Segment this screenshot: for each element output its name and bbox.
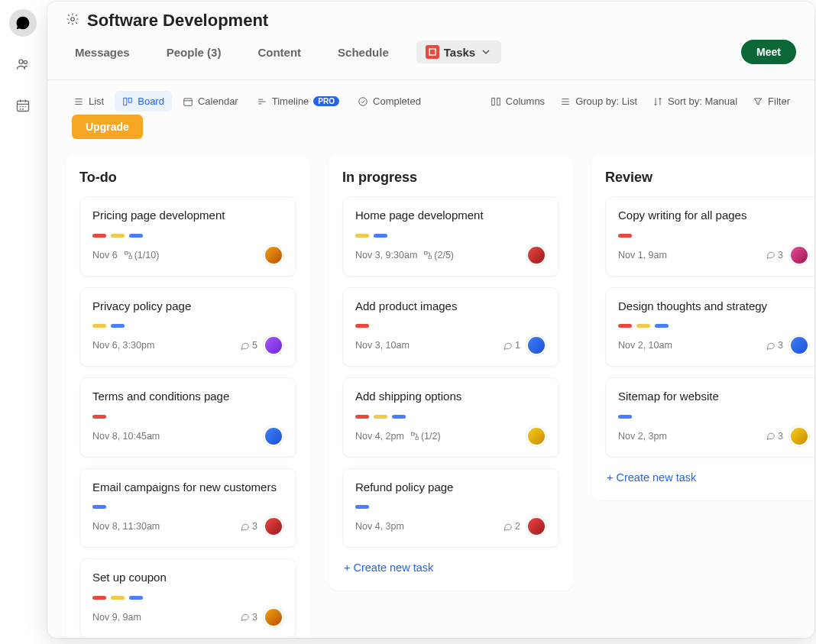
task-card[interactable]: Add shipping optionsNov 4, 2pm(1/2) [342,377,559,458]
column: In progressHome page developmentNov 3, 9… [329,156,573,591]
tab-tasks[interactable]: Tasks [416,40,501,63]
columns-button[interactable]: Columns [484,92,551,110]
pro-badge: PRO [313,96,339,106]
tag-blue [655,324,669,328]
comment-count: 5 [240,340,257,351]
comment-count: 3 [766,431,783,442]
card-footer: Nov 9, 9am3 [92,607,283,627]
groupby-button[interactable]: Group by: List [554,92,643,110]
card-date: Nov 3, 9:30am [355,250,417,261]
upgrade-button[interactable]: Upgrade [72,115,143,139]
svg-rect-9 [492,98,495,105]
card-title: Copy writing for all pages [618,208,809,223]
tag-red [618,234,632,238]
task-card[interactable]: Set up couponNov 9, 9am3 [79,558,296,638]
card-date: Nov 4, 3pm [355,521,404,532]
svg-rect-14 [429,256,432,259]
board: To-doPricing page developmentNov 6(1/10)… [47,150,814,638]
svg-rect-13 [425,251,428,254]
card-date: Nov 2, 3pm [618,431,667,442]
tag-row [618,415,809,419]
tag-red [92,596,106,600]
sortby-label: Sort by: Manual [668,95,737,107]
avatar [789,245,809,265]
view-calendar[interactable]: Calendar [175,91,246,112]
view-list[interactable]: List [66,91,112,112]
subtask-count: (1/2) [410,431,441,442]
tag-red [618,324,632,328]
filter-button[interactable]: Filter [746,92,796,110]
columns-label: Columns [506,95,545,107]
task-card[interactable]: Sitemap for websiteNov 2, 3pm3 [605,377,814,458]
card-footer: Nov 6, 3:30pm5 [92,335,283,355]
column: To-doPricing page developmentNov 6(1/10)… [66,156,310,638]
avatar [526,426,546,446]
chat-icon[interactable] [9,9,37,37]
task-card[interactable]: Home page developmentNov 3, 9:30am(2/5) [342,196,559,277]
card-date: Nov 6 [92,250,118,261]
view-board-label: Board [138,95,164,107]
calendar-icon[interactable] [9,92,37,119]
toolbar: List Board Calendar Timeline PRO Complet… [47,80,814,150]
column-title: To-do [79,170,296,186]
view-calendar-label: Calendar [198,95,238,107]
tag-yellow [92,324,106,328]
tab-schedule[interactable]: Schedule [329,41,398,63]
sortby-button[interactable]: Sort by: Manual [646,92,743,110]
tasks-badge-icon [426,45,439,59]
tag-blue [111,324,125,328]
tag-yellow [636,324,650,328]
header: Software Development Messages People (3)… [47,2,814,70]
tag-yellow [374,415,387,419]
subtask-count: (2/5) [423,250,454,261]
card-footer: Nov 4, 2pm(1/2) [355,426,546,446]
task-card[interactable]: Terms and conditions pageNov 8, 10:45am [79,377,296,458]
meet-button[interactable]: Meet [741,40,796,64]
comment-count: 2 [503,521,520,532]
view-completed[interactable]: Completed [350,91,429,112]
comment-count: 3 [766,250,783,261]
task-card[interactable]: Refund policy pageNov 4, 3pm2 [342,468,559,549]
tab-messages[interactable]: Messages [66,41,139,63]
task-card[interactable]: Pricing page developmentNov 6(1/10) [79,196,296,277]
card-title: Design thoughts and strategy [618,299,809,314]
avatar [264,245,283,265]
card-title: Pricing page development [92,208,283,223]
tag-blue [355,505,369,509]
groupby-label: Group by: List [575,95,637,107]
people-icon[interactable] [9,50,37,78]
tag-blue [92,505,106,509]
tag-row [92,596,283,600]
view-timeline-label: Timeline [272,95,309,107]
card-footer: Nov 2, 10am3 [618,335,809,355]
card-title: Set up coupon [92,570,283,585]
tab-people[interactable]: People (3) [157,41,231,63]
card-footer: Nov 2, 3pm3 [618,426,809,446]
view-timeline[interactable]: Timeline PRO [249,91,347,112]
page-title: Software Development [87,11,268,31]
task-card[interactable]: Email campaigns for new customersNov 8, … [79,468,296,549]
create-new-task[interactable]: + Create new task [342,558,559,577]
task-card[interactable]: Design thoughts and strategyNov 2, 10am3 [605,287,814,367]
card-title: Add product images [355,299,546,314]
task-card[interactable]: Copy writing for all pagesNov 1, 9am3 [605,196,814,277]
card-title: Terms and conditions page [92,389,283,404]
svg-rect-16 [416,437,419,440]
gear-icon[interactable] [66,12,79,29]
task-card[interactable]: Privacy policy pageNov 6, 3:30pm5 [79,287,296,367]
card-date: Nov 8, 11:30am [92,521,160,532]
card-date: Nov 8, 10:45am [92,431,160,442]
svg-rect-11 [125,251,128,254]
task-card[interactable]: Add product imagesNov 3, 10am1 [342,287,559,367]
view-board[interactable]: Board [115,91,172,112]
tab-content[interactable]: Content [248,41,310,63]
card-footer: Nov 8, 11:30am3 [92,516,283,536]
comment-count: 1 [503,340,520,351]
tag-red [355,415,369,419]
tag-blue [129,234,143,238]
avatar [264,607,283,627]
tag-row [92,415,283,419]
svg-rect-7 [184,98,193,105]
create-new-task[interactable]: + Create new task [605,468,814,487]
column-title: In progress [342,170,559,186]
